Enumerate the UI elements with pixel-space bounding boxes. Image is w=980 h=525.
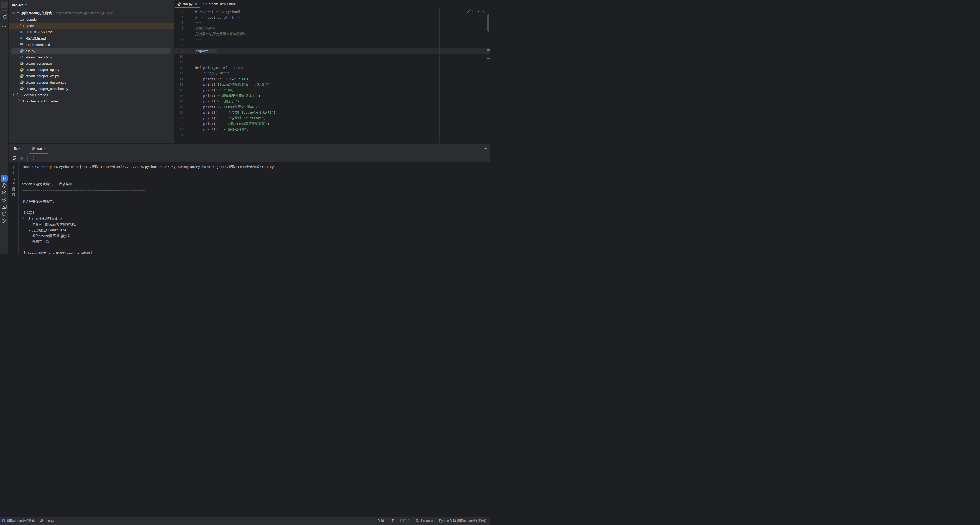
tree-item--steam-[interactable]: 爬取steam史低游戏~/PycharmProjects/爬取steam史低游戏 — [9, 10, 174, 16]
scroll-up-icon[interactable] — [11, 165, 16, 169]
print-icon[interactable] — [11, 187, 16, 191]
code-line-24: 24 — [174, 132, 490, 138]
project-panel: Project 爬取steam史低游戏~/PycharmProjects/爬取s… — [9, 0, 174, 143]
tree-item-content: .claude — [9, 17, 37, 21]
line-number: 19 — [174, 105, 183, 109]
tree-item-External-Libraries[interactable]: External Libraries — [9, 92, 174, 98]
close-icon[interactable]: ✕ — [194, 2, 197, 6]
scroll-to-end-icon[interactable] — [11, 181, 16, 186]
editor-options-kebab-icon[interactable] — [482, 1, 488, 7]
line-number: 22 — [174, 122, 183, 126]
run-options-kebab-icon[interactable] — [474, 147, 478, 150]
editor-tab-run.py[interactable]: run.py✕ — [175, 0, 200, 8]
scratch-icon — [16, 99, 20, 103]
inspections-widget[interactable]: 5 — [466, 10, 486, 14]
project-panel-title: Project — [12, 3, 23, 7]
editor-tab-steam_deals.html[interactable]: steam_deals.html — [200, 0, 238, 8]
chevron-right-icon[interactable] — [16, 24, 20, 28]
html-icon — [20, 55, 24, 59]
stripe-run-icon[interactable] — [1, 175, 8, 182]
console-kebab-icon[interactable] — [32, 156, 35, 160]
run-panel-title: Run — [14, 147, 21, 151]
tree-item-label: steam_scraper_cffi.py — [25, 74, 59, 78]
line-number: 13 — [174, 72, 183, 75]
code-line-23: 23 print(" - 最稳定可靠") — [174, 126, 490, 132]
chevron-down-icon[interactable] — [11, 11, 16, 15]
console-line — [22, 193, 490, 199]
minimize-icon[interactable] — [484, 147, 487, 150]
code-line-6: 6""" — [174, 37, 490, 42]
chevron-spacer — [16, 42, 20, 46]
stripe-project-icon[interactable] — [1, 2, 8, 8]
tree-item-Scratches-and-Consoles[interactable]: Scratches and Consoles — [9, 98, 174, 104]
stripe-terminal-icon[interactable] — [1, 203, 8, 210]
line-number: 2 — [174, 16, 183, 19]
tree-item-QUICKSTART.md[interactable]: MQUICKSTART.md — [9, 29, 174, 35]
tree-item-content: steam_scraper.py — [9, 61, 52, 65]
prev-problem-icon[interactable] — [477, 10, 480, 14]
console-line: 【SteamDB版本 - 可能被Cloudflare拦截】 — [22, 251, 490, 254]
fold-chevron-icon[interactable]: › — [183, 49, 193, 53]
console-output[interactable]: /Users/yuewenqian/PycharmProjects/爬取stea… — [19, 163, 490, 254]
toolbar-separator — [27, 155, 28, 161]
close-icon[interactable]: ✕ — [43, 147, 46, 151]
tree-item-steam_scraper_drission.py[interactable]: steam_scraper_drission.py — [9, 79, 174, 85]
stripe-services-icon[interactable] — [1, 196, 8, 203]
tree-item-requirements.txt[interactable]: requirements.txt — [9, 41, 174, 48]
clear-console-icon[interactable] — [11, 192, 16, 197]
line-number: 5 — [174, 32, 183, 36]
code-text: print("\n" + "=" * 60) — [193, 76, 490, 82]
stripe-problems-icon[interactable] — [1, 211, 8, 217]
console-line: 1. Steam搜索API版本 ✓ — [22, 216, 490, 222]
tree-item-README.md[interactable]: MREADME.md — [9, 35, 174, 41]
chevron-spacer — [16, 61, 20, 65]
tree-item-label: steam_scraper_selenium.py — [25, 87, 68, 91]
run-header-actions — [474, 144, 487, 153]
code-text: print("\n【推荐】") — [193, 99, 490, 104]
tree-item-label: steam_scraper.py — [25, 62, 52, 65]
tree-item-label: Scratches and Consoles — [21, 99, 58, 103]
stripe-python-console-icon[interactable] — [1, 182, 8, 189]
stripe-structure-icon[interactable] — [1, 13, 8, 20]
active-tab-underline — [175, 7, 200, 8]
rerun-icon[interactable] — [12, 156, 16, 160]
console-line — [22, 170, 490, 176]
python-icon — [20, 49, 24, 53]
warning-stripe-mark — [487, 20, 490, 20]
code-line-1: 1#!/usr/bin/env python3 — [174, 9, 490, 14]
code-line-18: 18 print("\n【推荐】") — [174, 99, 490, 104]
code-line-8: 8›import ... — [174, 48, 490, 54]
tree-item-.venv[interactable]: .venv — [9, 22, 174, 29]
stripe-version-control-icon[interactable] — [1, 217, 8, 224]
markdown-icon: M — [20, 30, 24, 34]
tree-item-steam_scraper_cffi.py[interactable]: steam_scraper_cffi.py — [9, 73, 174, 79]
tree-item-run.py[interactable]: run.py — [9, 48, 174, 54]
editor-tab-bar: run.py✕steam_deals.html — [174, 0, 490, 8]
console-line: 【推荐】 — [22, 210, 490, 216]
scroll-down-icon[interactable] — [11, 170, 16, 175]
code-text: print(" - 直接使用Steam官方搜索API") — [193, 110, 490, 115]
tree-item-steam_scraper_api.py[interactable]: steam_scraper_api.py — [9, 67, 174, 73]
warning-stripe-mark — [487, 50, 490, 51]
code-line-12: 12def print_menu():1 usage — [174, 65, 490, 70]
console-line — [22, 204, 490, 210]
tree-item-steam_deals.html[interactable]: steam_deals.html — [9, 54, 174, 60]
stripe-more-tools-icon[interactable] — [1, 23, 8, 30]
tree-item-steam_scraper.py[interactable]: steam_scraper.py — [9, 60, 174, 67]
tree-item-label: run.py — [25, 49, 35, 53]
chevron-right-icon[interactable] — [11, 93, 16, 97]
tree-item-.claude[interactable]: .claude — [9, 16, 174, 22]
editor-scrollbar[interactable] — [487, 14, 489, 32]
tree-item-content: Scratches and Consoles — [9, 99, 58, 103]
line-number: 20 — [174, 111, 183, 115]
project-panel-header[interactable]: Project — [9, 0, 174, 10]
soft-wrap-icon[interactable] — [11, 176, 16, 180]
console-line: - 直接使用Steam官方搜索API — [22, 222, 490, 227]
next-problem-icon[interactable] — [482, 10, 486, 14]
code-editor[interactable]: 1#!/usr/bin/env python32# -*- coding: ut… — [174, 8, 490, 143]
tree-item-steam_scraper_selenium.py[interactable]: steam_scraper_selenium.py — [9, 85, 174, 92]
run-tab[interactable]: run ✕ — [29, 144, 48, 153]
chevron-right-icon[interactable] — [16, 17, 20, 21]
code-text: 快速启动脚本 — [193, 26, 490, 31]
stripe-python-packages-icon[interactable] — [1, 189, 8, 196]
